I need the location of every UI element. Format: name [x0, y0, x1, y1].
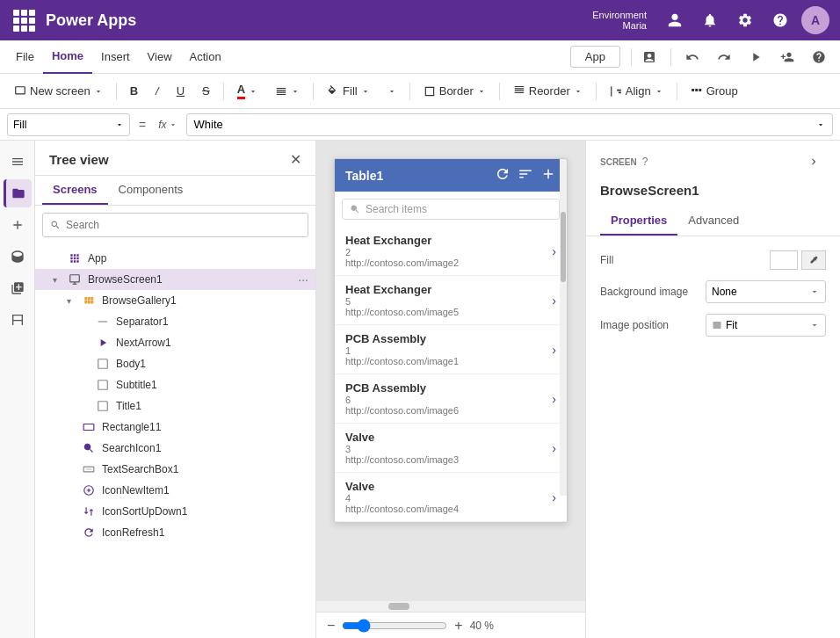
help-icon[interactable]	[766, 6, 794, 34]
formula-input[interactable]: White	[186, 113, 833, 136]
tree-item-iconrefresh1[interactable]: IconRefresh1	[35, 522, 315, 543]
list-item[interactable]: Valve 4 http://contoso.com/image4 ›	[335, 473, 567, 522]
context-menu-btn[interactable]: ···	[298, 272, 308, 286]
expand-chevron[interactable]: ▾	[67, 296, 79, 306]
list-item[interactable]: PCB Assembly 1 http://contoso.com/image1…	[335, 325, 567, 374]
sort-icon[interactable]	[518, 166, 533, 185]
list-item[interactable]: Heat Exchanger 5 http://contoso.com/imag…	[335, 276, 567, 325]
toolbar-sep3	[313, 83, 314, 100]
tree-search-box	[42, 213, 308, 237]
zoom-slider[interactable]	[342, 619, 447, 633]
new-screen-button[interactable]: New screen	[7, 79, 110, 104]
environment-name: Maria	[622, 20, 647, 31]
props-expand-button[interactable]	[801, 149, 826, 174]
tab-properties[interactable]: Properties	[600, 207, 677, 236]
tree-item-body1[interactable]: Body1	[35, 353, 315, 374]
canvas-content: Table1	[316, 141, 585, 638]
tree-close-button[interactable]: ✕	[290, 151, 301, 168]
tree-view-icon[interactable]	[4, 179, 32, 207]
menu-action[interactable]: Action	[181, 40, 230, 74]
zoom-out-button[interactable]: −	[327, 618, 335, 634]
screen-icon	[69, 273, 81, 286]
list-item-title: Heat Exchanger	[345, 234, 552, 247]
list-item-sub2: http://contoso.com/image6	[345, 405, 552, 416]
border-button[interactable]: Border	[416, 79, 493, 104]
img-position-selected: Fit	[726, 319, 737, 331]
list-item[interactable]: PCB Assembly 6 http://contoso.com/image6…	[335, 374, 567, 424]
tree-item-iconnewitem1[interactable]: IconNewItem1	[35, 480, 315, 501]
tree-item-nextarrow1[interactable]: NextArrow1	[35, 332, 315, 353]
add-item-icon[interactable]	[540, 166, 556, 185]
tree-item-iconsortu1[interactable]: IconSortUpDown1	[35, 501, 315, 522]
menu-home[interactable]: Home	[43, 40, 92, 74]
new-screen-label: New screen	[30, 84, 91, 98]
help-menu-icon[interactable]	[805, 43, 833, 71]
redo-button[interactable]	[710, 43, 738, 71]
undo-button[interactable]	[678, 43, 706, 71]
img-position-select[interactable]: Fit	[706, 314, 826, 337]
italic-button[interactable]: /	[148, 79, 166, 104]
formula-bar: Fill = fx White	[0, 109, 840, 141]
group-button[interactable]: Group	[684, 79, 745, 104]
tree-item-rectangle11[interactable]: Rectangle11	[35, 417, 315, 438]
tree-item-browsescreen1[interactable]: ▾ BrowseScreen1 ···	[35, 269, 315, 290]
property-selector[interactable]: Fill	[7, 113, 130, 136]
menu-file[interactable]: File	[7, 40, 43, 74]
list-item[interactable]: Valve 3 http://contoso.com/image3 ›	[335, 424, 567, 473]
person-icon[interactable]	[661, 6, 689, 34]
refresh-icon[interactable]	[495, 166, 511, 185]
variables-icon[interactable]	[4, 274, 32, 302]
toolbar: New screen B / U S A Fill Border Reorder	[0, 74, 840, 109]
align-button[interactable]	[268, 79, 307, 104]
tree-item-subtitle1[interactable]: Subtitle1	[35, 374, 315, 395]
expand-icon[interactable]	[4, 148, 32, 176]
chevron-down-btn[interactable]	[380, 79, 403, 104]
fill-picker-button[interactable]	[801, 250, 826, 270]
settings-side-icon[interactable]	[4, 306, 32, 334]
phone-search-bar[interactable]: Search items	[342, 199, 560, 220]
tree-item-textsearchbox1[interactable]: TextSearchBox1	[35, 459, 315, 480]
tree-item-title1[interactable]: Title1	[35, 395, 315, 417]
zoom-value: 40 %	[470, 620, 494, 632]
play-button[interactable]	[742, 43, 770, 71]
settings-icon[interactable]	[731, 6, 759, 34]
tree-item-browsegallery1[interactable]: ▾ BrowseGallery1	[35, 290, 315, 311]
menu-view[interactable]: View	[139, 40, 181, 74]
reorder-button[interactable]: Reorder	[506, 79, 590, 104]
bg-image-select[interactable]: None	[706, 280, 826, 303]
tab-advanced[interactable]: Advanced	[677, 207, 749, 236]
menu-insert[interactable]: Insert	[92, 40, 139, 74]
expand-chevron[interactable]: ▾	[53, 275, 65, 285]
underline-button[interactable]: U	[170, 79, 192, 104]
scrollbar-thumb-h	[388, 603, 409, 610]
tab-screens[interactable]: Screens	[42, 176, 108, 205]
tree-item-separator1[interactable]: Separator1	[35, 311, 315, 332]
app-button[interactable]: App	[570, 46, 620, 68]
strikethrough-button[interactable]: S	[195, 79, 217, 104]
fill-color-swatch[interactable]	[770, 250, 798, 270]
avatar[interactable]: A	[801, 6, 829, 34]
phone-scrollbar[interactable]	[560, 159, 567, 496]
align-obj-button[interactable]: Align	[603, 79, 670, 104]
list-item[interactable]: Heat Exchanger 2 http://contoso.com/imag…	[335, 227, 567, 276]
share-button[interactable]	[773, 43, 801, 71]
font-color-button[interactable]: A	[230, 79, 264, 104]
zoom-in-button[interactable]: +	[454, 618, 462, 634]
img-position-label: Image position	[600, 319, 706, 331]
notification-icon[interactable]	[696, 6, 724, 34]
health-icon[interactable]	[635, 43, 663, 71]
add-icon[interactable]	[4, 211, 32, 239]
bold-button[interactable]: B	[123, 79, 145, 104]
waffle-menu[interactable]	[11, 7, 37, 33]
database-icon[interactable]	[4, 243, 32, 271]
equals-sign: =	[135, 118, 149, 132]
fill-button[interactable]: Fill	[320, 79, 377, 104]
scrollbar-thumb	[561, 212, 566, 282]
tab-components[interactable]: Components	[108, 176, 194, 205]
props-help-icon[interactable]: ?	[642, 156, 648, 168]
tree-item-app[interactable]: App	[35, 248, 315, 269]
search-input[interactable]	[66, 219, 301, 231]
tree-item-searchicon1[interactable]: SearchIcon1	[35, 438, 315, 459]
fx-label: fx	[155, 119, 180, 131]
horizontal-scrollbar[interactable]	[316, 601, 585, 612]
